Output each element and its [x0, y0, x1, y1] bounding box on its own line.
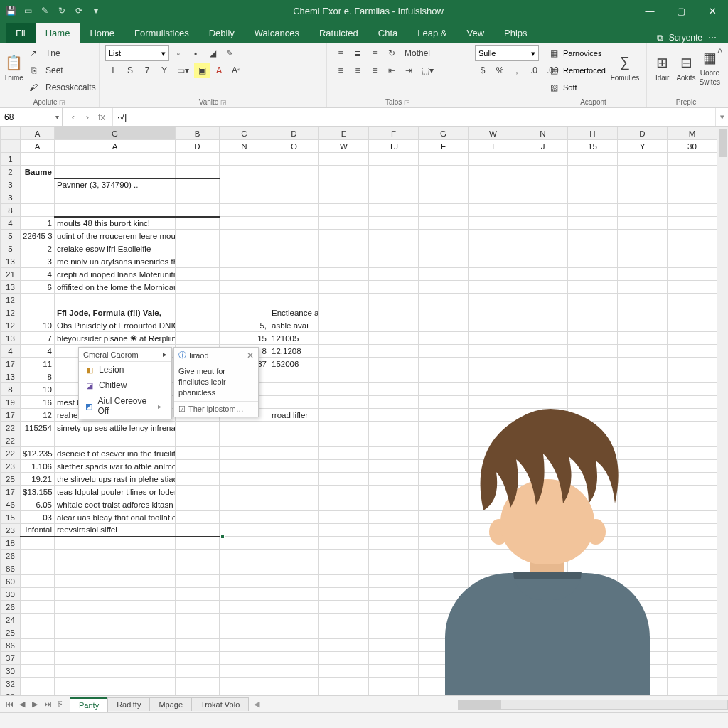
- cell[interactable]: [369, 434, 419, 447]
- cell[interactable]: [55, 575, 176, 588]
- cell[interactable]: [668, 332, 717, 345]
- cell[interactable]: J: [518, 140, 568, 153]
- cell[interactable]: [518, 588, 568, 601]
- cell[interactable]: [469, 460, 518, 473]
- context-item-lesion[interactable]: ◧Lesion: [79, 362, 171, 378]
- cell[interactable]: [518, 434, 568, 447]
- cell[interactable]: [568, 665, 618, 678]
- cell[interactable]: [668, 178, 717, 191]
- cell[interactable]: TJ: [369, 140, 419, 153]
- align-mid-icon[interactable]: ≣: [350, 46, 365, 61]
- cell[interactable]: [319, 626, 369, 639]
- cell[interactable]: [419, 153, 469, 166]
- cell[interactable]: [618, 383, 668, 396]
- sheet-scroll-hint-icon[interactable]: ◀: [248, 700, 265, 709]
- currency-icon[interactable]: $: [475, 63, 491, 78]
- cell[interactable]: [269, 498, 319, 511]
- cell[interactable]: [618, 665, 668, 678]
- cell[interactable]: [668, 319, 717, 332]
- cell[interactable]: [176, 217, 220, 230]
- cell[interactable]: [220, 242, 269, 255]
- cell[interactable]: Infontal: [21, 524, 55, 537]
- cell[interactable]: [369, 217, 419, 230]
- cell[interactable]: [369, 230, 419, 242]
- cell[interactable]: [568, 166, 618, 178]
- cell[interactable]: [220, 153, 269, 166]
- cell[interactable]: [369, 178, 419, 191]
- cell[interactable]: [319, 511, 369, 524]
- cell[interactable]: [220, 268, 269, 281]
- cell[interactable]: [518, 191, 568, 204]
- cell[interactable]: [618, 601, 668, 614]
- col-header[interactable]: G: [419, 127, 469, 140]
- cell[interactable]: [518, 153, 568, 166]
- cell[interactable]: [668, 230, 717, 242]
- cell[interactable]: [269, 396, 319, 409]
- cell[interactable]: [568, 562, 618, 575]
- cell[interactable]: [518, 178, 568, 191]
- cell[interactable]: [176, 575, 220, 588]
- cell[interactable]: [568, 191, 618, 204]
- cell[interactable]: [269, 678, 319, 690]
- cell[interactable]: [369, 460, 419, 473]
- cell[interactable]: [21, 652, 55, 665]
- cell[interactable]: [568, 345, 618, 358]
- cell[interactable]: [419, 460, 469, 473]
- cell[interactable]: [319, 460, 369, 473]
- align-center-icon[interactable]: ≡: [350, 63, 365, 78]
- cell[interactable]: [55, 294, 176, 306]
- cell[interactable]: [176, 537, 220, 550]
- table-row[interactable]: 22115254sinrety up ses attile lency infr…: [1, 422, 729, 434]
- cell[interactable]: [55, 652, 176, 665]
- cell[interactable]: [568, 268, 618, 281]
- cell[interactable]: [176, 690, 220, 696]
- cell[interactable]: [220, 537, 269, 550]
- cell[interactable]: [618, 678, 668, 690]
- cell[interactable]: [568, 498, 618, 511]
- cell[interactable]: [568, 217, 618, 230]
- col-header[interactable]: E: [319, 127, 369, 140]
- cell[interactable]: [668, 422, 717, 434]
- row-header[interactable]: 22: [1, 422, 21, 434]
- sheet-nav-last-icon[interactable]: ⏭: [43, 700, 53, 709]
- cell[interactable]: [319, 268, 369, 281]
- cell[interactable]: [369, 678, 419, 690]
- cell[interactable]: [668, 153, 717, 166]
- cell[interactable]: [21, 690, 55, 696]
- cell[interactable]: [319, 678, 369, 690]
- cell[interactable]: [618, 204, 668, 217]
- cell[interactable]: [269, 153, 319, 166]
- cell[interactable]: [176, 562, 220, 575]
- cell[interactable]: [319, 383, 369, 396]
- cell[interactable]: 1: [21, 217, 55, 230]
- cell[interactable]: [55, 166, 176, 178]
- cell[interactable]: [319, 306, 369, 319]
- cell[interactable]: [319, 665, 369, 678]
- cell[interactable]: [176, 601, 220, 614]
- row-header[interactable]: 22: [1, 447, 21, 460]
- row-header[interactable]: 30: [1, 665, 21, 678]
- cell[interactable]: [269, 537, 319, 550]
- table-row[interactable]: 30: [1, 588, 729, 601]
- context-menu[interactable]: Cmeral Caorom▸ ◧Lesion ◪Chitlew ◩Aiul Ce…: [78, 347, 172, 419]
- cell[interactable]: [618, 626, 668, 639]
- cell[interactable]: [469, 294, 518, 306]
- cell[interactable]: [568, 358, 618, 370]
- cell[interactable]: Obs Pinisdely of Erroourtod DNIC attabil…: [55, 319, 176, 332]
- align-bot-icon[interactable]: ≡: [367, 46, 382, 61]
- cell[interactable]: [568, 255, 618, 268]
- cell[interactable]: [369, 690, 419, 696]
- cell[interactable]: 30: [668, 140, 717, 153]
- cell[interactable]: [518, 383, 568, 396]
- cell[interactable]: [668, 268, 717, 281]
- cell[interactable]: [518, 217, 568, 230]
- cell[interactable]: crelake esow ifri Eaolielfie: [55, 242, 176, 255]
- table-row[interactable]: 133me niolv un arytsans insenides the: [1, 255, 729, 268]
- paste-button[interactable]: 📋 Tnime: [6, 46, 21, 88]
- cell[interactable]: [618, 447, 668, 460]
- table-row[interactable]: 86: [1, 562, 729, 575]
- format-painter-icon[interactable]: 🖌: [26, 80, 41, 95]
- cell[interactable]: [176, 678, 220, 690]
- cell[interactable]: [55, 204, 176, 217]
- cell[interactable]: [668, 614, 717, 626]
